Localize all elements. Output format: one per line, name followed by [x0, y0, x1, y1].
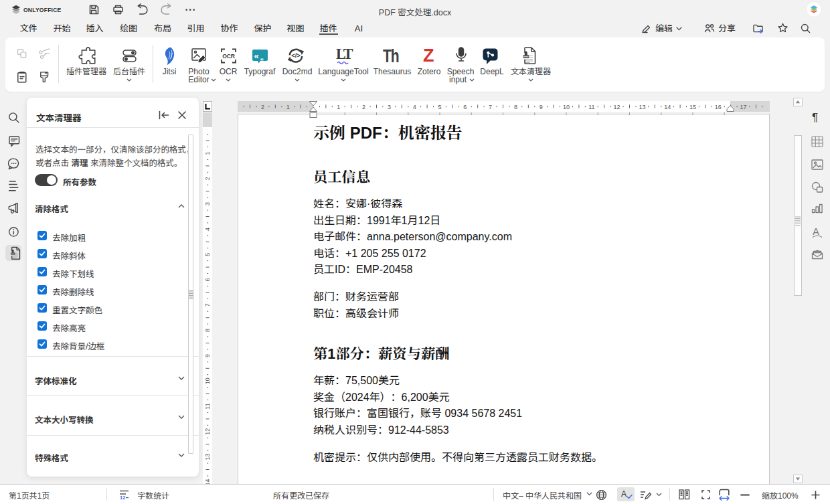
svg-text:10: 10 — [204, 377, 211, 384]
svg-text:11: 11 — [588, 104, 594, 110]
svg-text:2: 2 — [362, 104, 365, 110]
svg-text:13: 13 — [204, 454, 211, 460]
svg-text:2: 2 — [261, 104, 264, 110]
svg-text:6: 6 — [463, 104, 467, 110]
svg-text:9: 9 — [204, 354, 211, 357]
svg-text:13: 13 — [639, 104, 645, 110]
svg-text:10: 10 — [563, 104, 570, 110]
svg-text:</>: </> — [291, 52, 301, 59]
svg-text:12: 12 — [120, 495, 125, 500]
svg-text:11: 11 — [204, 403, 211, 409]
svg-text:12: 12 — [614, 104, 620, 110]
svg-text:5: 5 — [438, 104, 441, 110]
svg-text:7: 7 — [204, 303, 211, 307]
svg-text:6: 6 — [204, 278, 211, 281]
svg-text:1: 1 — [337, 104, 340, 110]
svg-text:9: 9 — [540, 104, 543, 110]
svg-text:8: 8 — [514, 104, 517, 110]
svg-text:«: « — [254, 51, 259, 61]
svg-text:16: 16 — [715, 104, 722, 110]
svg-text:17: 17 — [740, 104, 747, 110]
svg-text:1: 1 — [286, 104, 290, 110]
svg-text:„: „ — [260, 53, 264, 61]
svg-text:14: 14 — [664, 104, 671, 110]
svg-text:12: 12 — [204, 428, 211, 435]
svg-text:3: 3 — [388, 104, 391, 110]
svg-text:OCR: OCR — [222, 53, 235, 60]
svg-text:15: 15 — [689, 104, 696, 110]
svg-text:2: 2 — [204, 177, 211, 180]
svg-text:1: 1 — [204, 151, 211, 155]
svg-text:4: 4 — [204, 228, 211, 231]
svg-text:8: 8 — [204, 329, 211, 332]
svg-text:4: 4 — [413, 104, 416, 110]
svg-text:5: 5 — [204, 253, 211, 256]
svg-text:7: 7 — [489, 104, 492, 110]
svg-text:3: 3 — [204, 202, 211, 205]
